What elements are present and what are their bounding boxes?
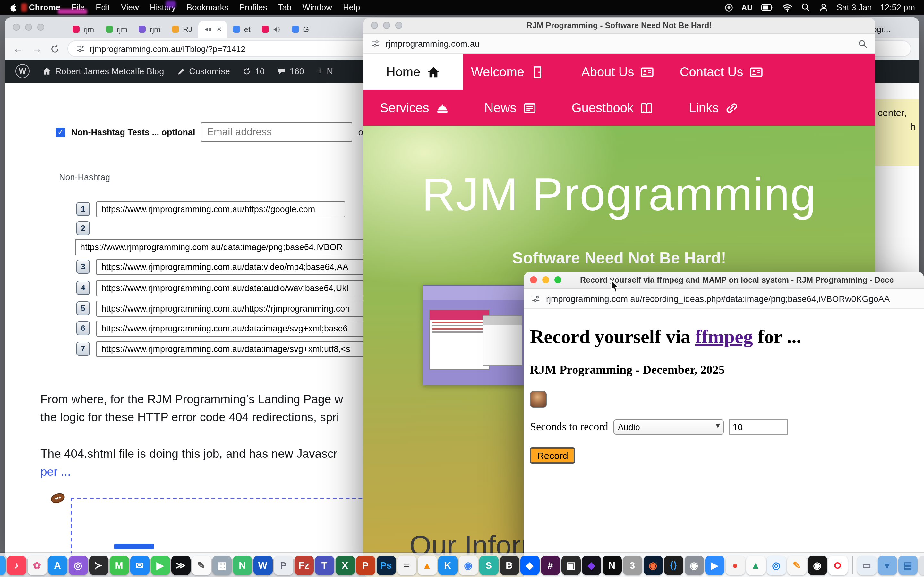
menu-app-name[interactable]: Chrome — [29, 3, 60, 12]
menu-help[interactable]: Help — [343, 3, 360, 12]
wp-updates[interactable]: 10 — [243, 66, 265, 76]
row-number-button[interactable]: 2 — [76, 221, 90, 235]
dock-notion[interactable]: N — [602, 556, 622, 575]
battery-icon[interactable] — [761, 1, 774, 14]
per-link[interactable]: per ... — [40, 465, 71, 478]
dock-textedit[interactable]: ✎ — [192, 556, 211, 575]
blue-scroll-strip[interactable] — [114, 544, 154, 550]
dock-chrome[interactable]: ◉ — [459, 556, 478, 575]
dock-drive[interactable]: ▲ — [746, 556, 765, 575]
menu-tab[interactable]: Tab — [278, 3, 292, 12]
dock-app-store[interactable]: A — [48, 556, 67, 575]
nonhashtag-checkbox[interactable]: ✓ — [56, 127, 65, 137]
seconds-input[interactable] — [729, 419, 788, 435]
browser-tab-active[interactable]: × — [198, 21, 227, 38]
dock-github[interactable]: ◉ — [808, 556, 827, 575]
dock-documents-folder[interactable]: ▤ — [898, 556, 917, 575]
dock-photoshop[interactable]: Ps — [376, 556, 396, 575]
site-settings-icon[interactable] — [531, 294, 540, 303]
dock-messages[interactable]: M — [110, 556, 129, 575]
browser-tab[interactable]: rjm — [67, 21, 100, 38]
row-number-button[interactable]: 5 — [76, 301, 90, 316]
dock-podcasts[interactable]: ◎ — [68, 556, 87, 575]
tab-close-icon[interactable]: × — [216, 24, 221, 34]
dock-app-badge-3[interactable]: 3 — [623, 556, 642, 575]
dock-calculator[interactable]: = — [397, 556, 416, 575]
back-icon[interactable]: ← — [13, 43, 24, 54]
browser-tab[interactable]: rjm — [100, 21, 133, 38]
dock-vlc[interactable]: ▲ — [417, 556, 437, 575]
record-button[interactable]: Record — [530, 448, 575, 464]
spotlight-search-icon[interactable] — [801, 3, 811, 12]
dock-slack[interactable]: # — [541, 556, 560, 575]
dock-music[interactable]: ♪ — [7, 556, 26, 575]
site-settings-icon[interactable] — [76, 44, 85, 53]
dock-obsidian[interactable]: ◆ — [582, 556, 601, 575]
dock-trash[interactable]: ▥ — [919, 556, 924, 575]
dock-zoom[interactable]: ▶ — [705, 556, 724, 575]
nav-news[interactable]: News — [484, 100, 536, 115]
rjm-address-bar[interactable]: rjmprogramming.com.au — [363, 34, 875, 54]
menu-clock-time[interactable]: 12:52 pm — [880, 3, 915, 12]
nav-services[interactable]: Services — [380, 100, 449, 115]
browser-tab[interactable] — [256, 21, 286, 38]
email-input[interactable] — [201, 122, 352, 142]
dock-launchpad[interactable]: ▦ — [212, 556, 231, 575]
wp-site-menu[interactable]: Robert James Metcalfe Blog — [42, 66, 164, 76]
menu-profiles[interactable]: Profiles — [239, 3, 267, 12]
dock-pages[interactable]: ✎ — [787, 556, 806, 575]
browser-tab[interactable]: rjm — [133, 21, 166, 38]
dock-opera[interactable]: O — [828, 556, 847, 575]
zoom-button[interactable] — [395, 22, 402, 29]
dock-vscode[interactable]: ⟨⟩ — [664, 556, 683, 575]
apple-menu[interactable] — [9, 3, 18, 12]
row-number-button[interactable]: 3 — [76, 259, 90, 274]
row-number-button[interactable]: 7 — [76, 342, 90, 356]
menu-window[interactable]: Window — [302, 3, 333, 12]
dock-word[interactable]: W — [253, 556, 272, 575]
menu-bookmarks[interactable]: Bookmarks — [187, 3, 228, 12]
browser-tab[interactable]: G — [286, 21, 315, 38]
wp-comments[interactable]: 160 — [278, 66, 304, 76]
menu-edit[interactable]: Edit — [95, 3, 110, 12]
nav-about-us[interactable]: About Us — [582, 64, 654, 79]
dock-sketch[interactable]: S — [479, 556, 498, 575]
dock-iterm[interactable]: ≫ — [171, 556, 190, 575]
dock-bbedit[interactable]: B — [499, 556, 519, 575]
site-settings-icon[interactable] — [371, 39, 380, 48]
minimize-button[interactable] — [25, 24, 32, 31]
dock-camera[interactable]: ◉ — [684, 556, 704, 575]
url-input[interactable] — [96, 201, 345, 217]
dock-android-studio[interactable]: ▣ — [561, 556, 580, 575]
dock-maps[interactable]: ● — [725, 556, 745, 575]
dock-teams[interactable]: T — [315, 556, 334, 575]
user-menu-icon[interactable] — [819, 3, 829, 12]
row-number-button[interactable]: 4 — [76, 281, 90, 295]
zoom-search-icon[interactable] — [858, 39, 867, 48]
close-button[interactable] — [13, 24, 20, 31]
dock-dropbox[interactable]: ◆ — [520, 556, 540, 575]
dock-terminal[interactable]: ≻ — [89, 556, 108, 575]
dock-keynote[interactable]: K — [438, 556, 457, 575]
wifi-icon[interactable] — [782, 2, 792, 13]
dock-finder[interactable]: ☺ — [0, 556, 5, 575]
dock-photos[interactable]: ✿ — [27, 556, 47, 575]
embedded-screenshot-thumbnail[interactable] — [423, 285, 525, 385]
nav-guestbook[interactable]: Guestbook — [572, 100, 653, 115]
nav-home[interactable]: Home — [363, 54, 463, 90]
wp-customise[interactable]: Customise — [177, 66, 230, 76]
nav-contact-us[interactable]: Contact Us — [680, 64, 763, 79]
nav-welcome[interactable]: Welcome — [471, 64, 544, 79]
row-number-button[interactable]: 1 — [76, 202, 90, 216]
dock-excel[interactable]: X — [335, 556, 355, 575]
browser-tab[interactable]: RJ — [166, 21, 198, 38]
record-type-select[interactable]: Audio — [614, 419, 724, 435]
record-title-bar[interactable]: Record yourself via ffmpeg and MAMP on l… — [523, 272, 924, 289]
dock-minimized-window[interactable]: ▭ — [857, 556, 876, 575]
wordpress-logo-icon[interactable]: W — [15, 64, 29, 78]
close-button[interactable] — [371, 22, 378, 29]
minimize-button[interactable] — [383, 22, 390, 29]
dock-preview[interactable]: P — [274, 556, 293, 575]
dock-firefox[interactable]: ◉ — [643, 556, 662, 575]
dock-downloads-folder[interactable]: ▾ — [877, 556, 897, 575]
